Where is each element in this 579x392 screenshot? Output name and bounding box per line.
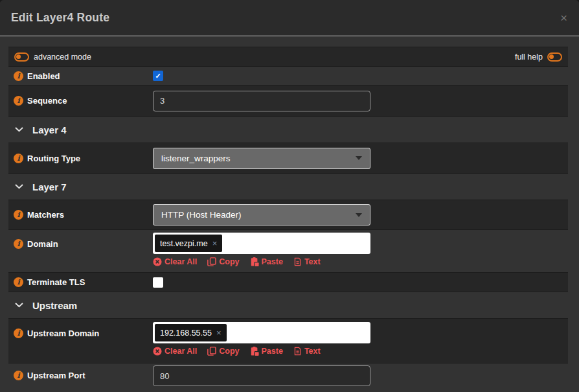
- full-help-toggle[interactable]: full help: [515, 52, 562, 62]
- info-icon[interactable]: i: [14, 154, 23, 163]
- control-cell: 192.168.55.55 × Clear All Copy: [153, 322, 563, 356]
- domain-tag-text: test.vezpi.me: [160, 239, 208, 248]
- text-label: Text: [304, 347, 321, 356]
- paste-label: Paste: [262, 257, 283, 266]
- control-cell: ✓: [153, 71, 563, 81]
- text-button[interactable]: Text: [293, 347, 321, 356]
- field-row-domain: i Domain test.vezpi.me × Clear All: [8, 229, 568, 273]
- upstream-port-input[interactable]: [153, 365, 370, 386]
- circle-x-icon: [153, 257, 162, 266]
- field-row-terminate-tls: i Terminate TLS: [8, 273, 568, 292]
- advanced-mode-label: advanced mode: [34, 52, 91, 62]
- chevron-down-icon: [15, 127, 23, 132]
- paste-icon: [250, 347, 259, 356]
- matchers-selected-value: HTTP (Host Header): [161, 210, 242, 220]
- copy-button[interactable]: Copy: [207, 257, 239, 266]
- toggle-knob: [549, 54, 554, 59]
- field-label-upstream-port: Upstream Port: [27, 371, 85, 380]
- domain-tag: test.vezpi.me ×: [155, 235, 222, 252]
- upstream-domain-tag: 192.168.55.55 ×: [155, 324, 227, 341]
- field-label-upstream-domain: Upstream Domain: [27, 329, 99, 338]
- paste-button[interactable]: Paste: [250, 347, 283, 356]
- info-icon[interactable]: i: [14, 329, 23, 338]
- label-cell: i Domain: [14, 239, 153, 249]
- control-cell: [153, 277, 563, 288]
- file-text-icon: [293, 257, 302, 266]
- routing-type-selected-value: listener_wrappers: [161, 154, 231, 163]
- paste-icon: [250, 257, 259, 266]
- field-label-domain: Domain: [27, 239, 58, 249]
- clear-all-button[interactable]: Clear All: [153, 347, 197, 356]
- upstream-domain-tag-actions: Clear All Copy Paste Text: [153, 347, 563, 356]
- field-label-matchers: Matchers: [27, 210, 64, 220]
- field-label-routing-type: Routing Type: [27, 154, 80, 163]
- matchers-select[interactable]: HTTP (Host Header): [153, 204, 370, 225]
- control-cell: listener_wrappers: [153, 148, 563, 169]
- field-row-routing-type: i Routing Type listener_wrappers: [8, 143, 568, 173]
- label-cell: i Enabled: [14, 71, 153, 81]
- domain-tag-actions: Clear All Copy Paste Text: [153, 257, 563, 266]
- info-icon[interactable]: i: [14, 71, 23, 81]
- field-row-matchers: i Matchers HTTP (Host Header): [8, 200, 568, 229]
- page-title: Edit Layer4 Route: [11, 11, 109, 25]
- info-icon[interactable]: i: [14, 277, 23, 287]
- info-icon[interactable]: i: [14, 371, 23, 380]
- edit-layer4-route-modal: Edit Layer4 Route × advanced mode full h…: [0, 0, 579, 392]
- upstream-domain-input[interactable]: 192.168.55.55 ×: [153, 322, 370, 343]
- control-cell: [153, 91, 563, 111]
- remove-tag-icon[interactable]: ×: [216, 328, 221, 338]
- enabled-checkbox[interactable]: ✓: [153, 71, 163, 81]
- label-cell: i Upstream Domain: [14, 329, 153, 338]
- modal-header: Edit Layer4 Route ×: [0, 0, 579, 36]
- close-icon[interactable]: ×: [560, 12, 567, 24]
- field-label-terminate-tls: Terminate TLS: [27, 277, 85, 287]
- caret-down-icon: [356, 213, 362, 217]
- sequence-input[interactable]: [153, 91, 370, 111]
- field-label-enabled: Enabled: [27, 71, 60, 81]
- field-row-enabled: i Enabled ✓: [8, 66, 568, 86]
- copy-label: Copy: [219, 257, 239, 266]
- info-icon[interactable]: i: [14, 96, 23, 106]
- control-cell: [153, 365, 563, 386]
- label-cell: i Matchers: [14, 210, 153, 220]
- copy-icon: [207, 347, 216, 356]
- control-cell: HTTP (Host Header): [153, 204, 563, 225]
- advanced-mode-toggle[interactable]: advanced mode: [14, 52, 91, 62]
- clear-all-button[interactable]: Clear All: [153, 257, 197, 266]
- field-row-sequence: i Sequence: [8, 86, 568, 116]
- control-cell: test.vezpi.me × Clear All Copy: [153, 233, 563, 266]
- full-help-toggle-icon[interactable]: [547, 52, 562, 62]
- section-title-layer7: Layer 7: [32, 181, 67, 192]
- section-title-layer4: Layer 4: [32, 124, 67, 135]
- advanced-mode-toggle-icon[interactable]: [14, 52, 29, 62]
- terminate-tls-checkbox[interactable]: [153, 277, 163, 288]
- label-cell: i Terminate TLS: [14, 277, 153, 287]
- chevron-down-icon: [15, 303, 23, 308]
- label-cell: i Routing Type: [14, 154, 153, 163]
- caret-down-icon: [356, 156, 362, 160]
- info-icon[interactable]: i: [14, 210, 23, 220]
- section-layer4[interactable]: Layer 4: [8, 120, 568, 139]
- mode-bar: advanced mode full help: [8, 47, 568, 66]
- field-row-upstream-port: i Upstream Port: [8, 363, 568, 389]
- section-layer7[interactable]: Layer 7: [8, 177, 568, 196]
- copy-button[interactable]: Copy: [207, 347, 239, 356]
- clear-all-label: Clear All: [165, 257, 197, 266]
- section-upstream[interactable]: Upstream: [8, 295, 568, 315]
- chevron-down-icon: [15, 184, 23, 189]
- copy-label: Copy: [219, 347, 239, 356]
- text-button[interactable]: Text: [293, 257, 321, 266]
- text-label: Text: [304, 257, 321, 266]
- remove-tag-icon[interactable]: ×: [212, 238, 218, 248]
- section-title-upstream: Upstream: [32, 300, 77, 311]
- info-icon[interactable]: i: [14, 239, 23, 249]
- field-label-sequence: Sequence: [27, 96, 67, 106]
- upstream-domain-tag-text: 192.168.55.55: [160, 329, 212, 338]
- label-cell: i Sequence: [14, 96, 153, 106]
- paste-button[interactable]: Paste: [250, 257, 283, 266]
- domain-input[interactable]: test.vezpi.me ×: [153, 233, 370, 254]
- circle-x-icon: [153, 347, 162, 356]
- full-help-label: full help: [515, 52, 543, 62]
- copy-icon: [207, 257, 216, 266]
- routing-type-select[interactable]: listener_wrappers: [153, 148, 370, 169]
